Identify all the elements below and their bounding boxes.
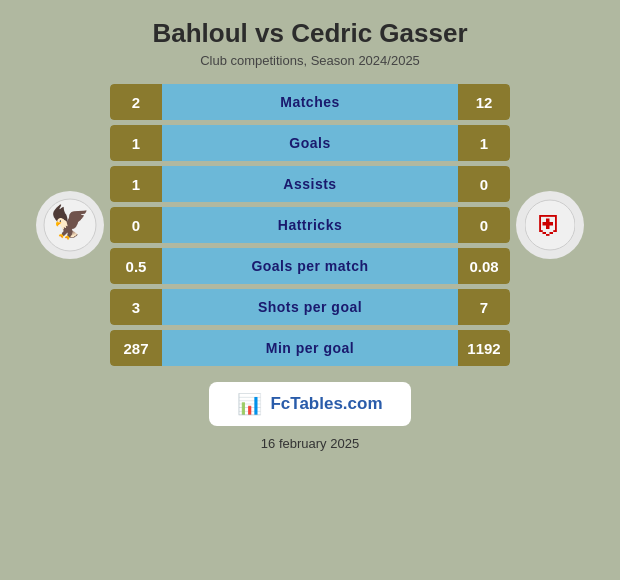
stat-label: Assists: [162, 166, 458, 202]
stat-left-value: 0: [110, 207, 162, 243]
stat-left-value: 287: [110, 330, 162, 366]
stat-left-value: 2: [110, 84, 162, 120]
stat-left-value: 0.5: [110, 248, 162, 284]
stat-left-value: 1: [110, 125, 162, 161]
footer-date: 16 february 2025: [261, 436, 359, 451]
fctables-banner: 📊 FcTables.com: [209, 382, 410, 426]
stat-left-value: 3: [110, 289, 162, 325]
main-content: 🦅 2Matches121Goals11Assists00Hattricks00…: [10, 84, 610, 366]
stat-row: 0.5Goals per match0.08: [110, 248, 510, 284]
stat-label: Min per goal: [162, 330, 458, 366]
stat-label: Matches: [162, 84, 458, 120]
stat-row: 2Matches12: [110, 84, 510, 120]
page: Bahloul vs Cedric Gasser Club competitio…: [0, 0, 620, 580]
vaduz-logo-svg: ⛨: [525, 198, 575, 252]
fctables-icon: 📊: [237, 392, 262, 416]
stat-right-value: 0: [458, 207, 510, 243]
fctables-text: FcTables.com: [270, 394, 382, 414]
stat-right-value: 7: [458, 289, 510, 325]
stats-table: 2Matches121Goals11Assists00Hattricks00.5…: [110, 84, 510, 366]
stat-label: Shots per goal: [162, 289, 458, 325]
stat-row: 3Shots per goal7: [110, 289, 510, 325]
page-subtitle: Club competitions, Season 2024/2025: [200, 53, 420, 68]
left-logo-circle: 🦅: [36, 191, 104, 259]
stat-row: 287Min per goal1192: [110, 330, 510, 366]
stat-right-value: 12: [458, 84, 510, 120]
stat-right-value: 0: [458, 166, 510, 202]
stat-row: 1Assists0: [110, 166, 510, 202]
stat-row: 0Hattricks0: [110, 207, 510, 243]
stat-right-value: 0.08: [458, 248, 510, 284]
svg-text:🦅: 🦅: [50, 203, 90, 241]
team-logo-right: ⛨: [510, 191, 590, 259]
stat-label: Goals per match: [162, 248, 458, 284]
stat-label: Hattricks: [162, 207, 458, 243]
svg-text:⛨: ⛨: [536, 209, 564, 240]
stat-right-value: 1192: [458, 330, 510, 366]
team-logo-left: 🦅: [30, 191, 110, 259]
stat-label: Goals: [162, 125, 458, 161]
stat-right-value: 1: [458, 125, 510, 161]
right-logo-circle: ⛨: [516, 191, 584, 259]
aarau-logo-svg: 🦅: [43, 198, 97, 252]
stat-left-value: 1: [110, 166, 162, 202]
stat-row: 1Goals1: [110, 125, 510, 161]
page-title: Bahloul vs Cedric Gasser: [152, 18, 467, 49]
